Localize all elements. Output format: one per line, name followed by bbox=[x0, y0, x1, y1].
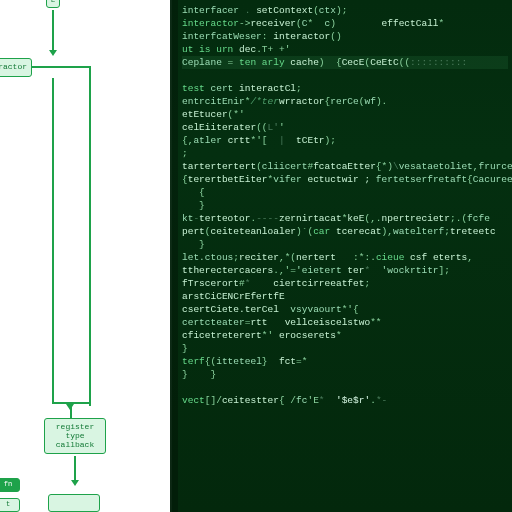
arrow-down-icon bbox=[71, 480, 79, 486]
flow-node-label: E bbox=[51, 0, 55, 4]
flow-node-top-stub[interactable]: E bbox=[46, 0, 60, 8]
code-line: celEiiterater((L'' bbox=[182, 121, 508, 134]
flow-node-label: fn bbox=[4, 480, 12, 488]
flow-connector bbox=[32, 66, 90, 68]
code-line: interfcatWeser: interactor() bbox=[182, 30, 508, 43]
code-line: entrcitEnir*/*terwrractor{rerCe(wf). bbox=[182, 95, 508, 108]
flow-connector bbox=[70, 404, 72, 418]
code-line: } bbox=[182, 238, 508, 251]
flow-node-label: type bbox=[65, 431, 84, 440]
code-line bbox=[182, 381, 508, 394]
code-line: interfacer . setContext(ctx); bbox=[182, 4, 508, 17]
code-line bbox=[182, 69, 508, 82]
arrow-down-icon bbox=[49, 50, 57, 56]
code-line: } } bbox=[182, 368, 508, 381]
code-line: etEtucer(*' bbox=[182, 108, 508, 121]
flow-node-tiny-left-2[interactable]: t bbox=[0, 498, 20, 512]
editor-gutter bbox=[170, 0, 178, 512]
flow-node-label: callback bbox=[56, 440, 94, 449]
flow-connector bbox=[74, 456, 76, 482]
code-line: test cert interactCl; bbox=[182, 82, 508, 95]
code-line: cficetreterert*' erocserets* bbox=[182, 329, 508, 342]
code-line: tartertertert(cliicert#fcatcaEtter{*)\ve… bbox=[182, 160, 508, 173]
code-line: fTrscerort#* ciertcirreeatfet; bbox=[182, 277, 508, 290]
flow-node-side[interactable]: interactor bbox=[0, 58, 32, 77]
code-line: interactor->receiver(C* c) effectCall* bbox=[182, 17, 508, 30]
code-line: {,atler crtt*'[ | tCEtr); bbox=[182, 134, 508, 147]
code-line: terf{(itteteel} fct=* bbox=[182, 355, 508, 368]
code-editor[interactable]: interfacer . setContext(ctx);interactor-… bbox=[170, 0, 512, 512]
code-line: ttherectercacers.,'='eietert ter* 'wockr… bbox=[182, 264, 508, 277]
flow-node-tiny-left[interactable]: fn bbox=[0, 478, 20, 492]
code-line: kt-terteotor.----zernirtacat*keE(,.npert… bbox=[182, 212, 508, 225]
flow-connector bbox=[89, 66, 91, 406]
code-line: ut is urn dec.T+ +' bbox=[182, 43, 508, 56]
code-line: ; bbox=[182, 147, 508, 160]
flow-node-bottom-cut[interactable] bbox=[48, 494, 100, 512]
code-line: } bbox=[182, 199, 508, 212]
code-line: } bbox=[182, 342, 508, 355]
code-line: { bbox=[182, 186, 508, 199]
flow-connector bbox=[52, 78, 54, 402]
flow-node-register[interactable]: register type callback bbox=[44, 418, 106, 454]
code-line: {terertbetEiter*vifer ectuctwir ; fertet… bbox=[182, 173, 508, 186]
flow-node-label: register bbox=[56, 422, 94, 431]
flow-node-label: t bbox=[6, 500, 10, 508]
flowchart-panel: E interactor register type callback fn t bbox=[0, 0, 170, 512]
code-line: certcteater=rtt vellceiscelstwo** bbox=[182, 316, 508, 329]
code-line: pert(ceiteteanloaler)`(car tcerecat),wat… bbox=[182, 225, 508, 238]
code-content[interactable]: interfacer . setContext(ctx);interactor-… bbox=[170, 0, 512, 411]
code-line: Ceplane = ten arly cache) {CecE(CeEtC((:… bbox=[182, 56, 508, 69]
code-line: csertCiete.terCel vsyvaourt*'{ bbox=[182, 303, 508, 316]
code-line: arstCiCENCrEfertfE bbox=[182, 290, 508, 303]
code-line: vect[]/ceitestter{ /fc'E* '$e$r'.*- bbox=[182, 394, 508, 407]
code-line: let.ctous;reciter,*(nertert :*:.cieue cs… bbox=[182, 251, 508, 264]
flow-connector bbox=[52, 10, 54, 52]
flow-node-label: interactor bbox=[0, 62, 27, 71]
